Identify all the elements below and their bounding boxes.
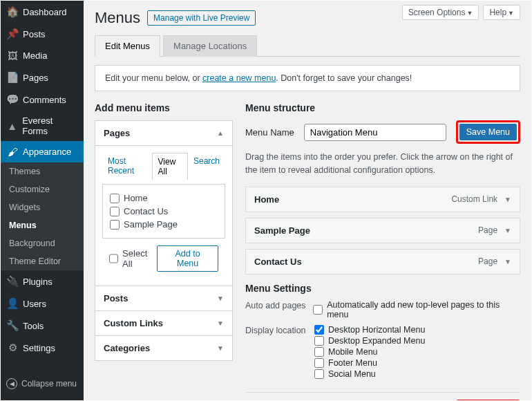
caret-up-icon: ▲ — [217, 129, 224, 137]
menu-icon: 🖌 — [6, 146, 19, 158]
sidebar-item-plugins[interactable]: 🔌Plugins — [1, 270, 84, 292]
sidebar-item-everest-forms[interactable]: ▲Everest Forms — [1, 111, 84, 141]
caret-down-icon: ▼ — [504, 196, 511, 203]
save-highlight: Save Menu — [456, 120, 520, 144]
panel-categories-header[interactable]: Categories▼ — [95, 336, 232, 360]
menu-icon: 📄 — [6, 71, 19, 84]
sidebar-item-dashboard[interactable]: 🏠Dashboard — [1, 1, 84, 23]
add-items-heading: Add menu items — [95, 102, 233, 113]
caret-down-icon: ▼ — [217, 295, 224, 302]
structure-desc: Drag the items into the order you prefer… — [245, 151, 520, 177]
panel-pages-header[interactable]: Pages ▲ — [95, 121, 232, 146]
location-checkbox[interactable] — [314, 358, 324, 368]
save-highlight-bottom: Save Menu — [456, 400, 520, 401]
collapse-label: Collapse menu — [21, 379, 77, 389]
sidebar-item-users[interactable]: 👤Users — [1, 292, 84, 315]
page-option[interactable]: Home — [110, 192, 218, 205]
panel-posts-header[interactable]: Posts▼ — [95, 286, 232, 311]
sidebar-sub-background[interactable]: Background — [1, 234, 84, 252]
location-option[interactable]: Desktop Expanded Menu — [314, 335, 425, 346]
sidebar-item-media[interactable]: 🖼Media — [1, 45, 84, 66]
location-checkbox[interactable] — [314, 347, 324, 357]
location-checkbox[interactable] — [314, 325, 324, 335]
page-option[interactable]: Sample Page — [110, 218, 218, 231]
sidebar-item-appearance[interactable]: 🖌Appearance — [1, 141, 84, 162]
chevron-down-icon: ▼ — [466, 10, 473, 17]
sidebar-item-pages[interactable]: 📄Pages — [1, 66, 84, 88]
menu-settings-heading: Menu Settings — [245, 283, 520, 294]
tab-manage-locations[interactable]: Manage Locations — [163, 35, 257, 57]
location-option[interactable]: Mobile Menu — [314, 346, 425, 357]
sidebar-item-posts[interactable]: 📌Posts — [1, 23, 84, 45]
page-checkbox[interactable] — [110, 220, 120, 230]
main-content: Screen Options▼ Help▼ Menus Manage with … — [84, 1, 531, 400]
page-checkbox[interactable] — [110, 207, 120, 216]
create-menu-link[interactable]: create a new menu — [202, 73, 276, 83]
page-checkbox[interactable] — [110, 194, 120, 203]
auto-add-label: Auto add pages — [245, 299, 306, 310]
menu-icon: 🖼 — [6, 50, 19, 62]
menu-icon: ⚙ — [6, 342, 19, 354]
tabs: Edit Menus Manage Locations — [95, 35, 520, 57]
live-preview-button[interactable]: Manage with Live Preview — [147, 10, 256, 26]
sidebar-item-tools[interactable]: 🔧Tools — [1, 315, 84, 337]
add-items-accordion: Pages ▲ Most Recent View All Search Home… — [95, 120, 233, 361]
menu-icon: 🔌 — [6, 275, 19, 288]
menu-icon: 🔧 — [6, 319, 19, 332]
subtab-search[interactable]: Search — [188, 153, 225, 180]
panel-custom-links-header[interactable]: Custom Links▼ — [95, 311, 232, 336]
admin-sidebar: 🏠Dashboard📌Posts🖼Media📄Pages💬Comments▲Ev… — [1, 1, 84, 400]
menu-item[interactable]: Contact UsPage ▼ — [245, 249, 520, 274]
caret-down-icon: ▼ — [504, 258, 511, 265]
info-notice: Edit your menu below, or create a new me… — [95, 65, 520, 91]
subtab-view-all[interactable]: View All — [152, 153, 188, 180]
select-all[interactable]: Select All — [109, 248, 157, 269]
menu-icon: 👤 — [6, 297, 19, 310]
auto-add-option[interactable]: Automatically add new top-level pages to… — [313, 299, 520, 320]
pages-checklist: HomeContact UsSample Page — [102, 184, 225, 239]
caret-down-icon: ▼ — [217, 319, 224, 327]
page-option[interactable]: Contact Us — [110, 205, 218, 218]
caret-down-icon: ▼ — [504, 227, 511, 234]
subtab-most-recent[interactable]: Most Recent — [102, 153, 152, 180]
collapse-icon: ◀ — [6, 378, 17, 389]
location-option[interactable]: Footer Menu — [314, 357, 425, 369]
menu-icon: ▲ — [6, 120, 18, 132]
help-button[interactable]: Help▼ — [483, 5, 520, 20]
tab-edit-menus[interactable]: Edit Menus — [95, 35, 160, 57]
location-checkbox[interactable] — [314, 369, 324, 379]
menu-structure-heading: Menu structure — [245, 102, 520, 113]
auto-add-checkbox[interactable] — [313, 305, 323, 315]
add-to-menu-button[interactable]: Add to Menu — [157, 245, 218, 272]
menu-item[interactable]: Sample PagePage ▼ — [245, 218, 520, 243]
caret-down-icon: ▼ — [217, 344, 224, 352]
menu-icon: 💬 — [6, 93, 19, 106]
menu-icon: 📌 — [6, 28, 19, 40]
sidebar-item-comments[interactable]: 💬Comments — [1, 88, 84, 111]
menu-name-label: Menu Name — [245, 127, 294, 138]
location-option[interactable]: Social Menu — [314, 369, 425, 380]
sidebar-sub-menus[interactable]: Menus — [1, 216, 84, 234]
chevron-down-icon: ▼ — [508, 10, 514, 17]
menu-item[interactable]: HomeCustom Link ▼ — [245, 187, 520, 212]
sidebar-sub-themes[interactable]: Themes — [1, 162, 84, 180]
menu-items: HomeCustom Link ▼Sample PagePage ▼Contac… — [245, 187, 520, 274]
sidebar-sub-widgets[interactable]: Widgets — [1, 198, 84, 216]
menu-icon: 🏠 — [6, 6, 19, 18]
menu-name-input[interactable] — [304, 124, 446, 141]
collapse-menu[interactable]: ◀ Collapse menu — [1, 374, 84, 393]
sidebar-sub-theme-editor[interactable]: Theme Editor — [1, 252, 84, 270]
sidebar-item-settings[interactable]: ⚙Settings — [1, 337, 84, 359]
save-menu-button-top[interactable]: Save Menu — [459, 124, 517, 140]
sidebar-sub-customize[interactable]: Customize — [1, 180, 84, 198]
location-option[interactable]: Desktop Horizontal Menu — [314, 324, 425, 335]
screen-options-button[interactable]: Screen Options▼ — [402, 5, 479, 20]
location-checkbox[interactable] — [314, 336, 324, 346]
select-all-checkbox[interactable] — [109, 254, 118, 263]
display-location-label: Display location — [245, 324, 307, 335]
